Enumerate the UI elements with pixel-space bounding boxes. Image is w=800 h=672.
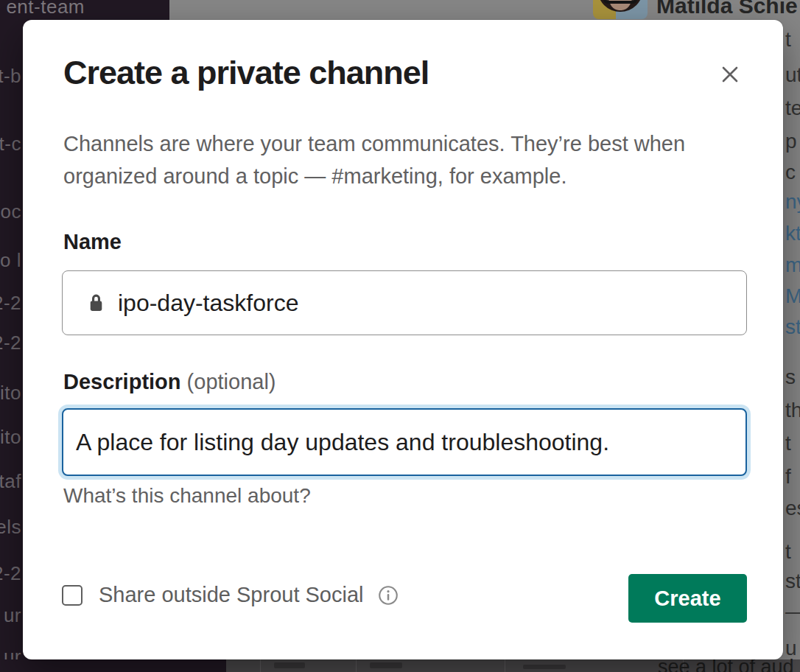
message-text-fragment: t <box>785 432 791 455</box>
sidebar-channel-fragment: t-c <box>0 133 21 155</box>
table-cell-icon <box>523 665 566 669</box>
sidebar-channel-fragment: soc <box>0 200 21 223</box>
message-text-fragment: ny <box>785 190 800 214</box>
sidebar-channel-fragment: 2-2 <box>0 562 21 585</box>
message-text-fragment: es <box>785 497 800 520</box>
message-text-fragment: c <box>785 161 796 184</box>
share-outside-label[interactable]: Share outside Sprout Social <box>99 583 364 607</box>
avatar <box>593 0 648 19</box>
create-button[interactable]: Create <box>628 574 747 623</box>
message-text-fragment: st <box>785 570 800 593</box>
info-icon[interactable] <box>378 585 399 606</box>
sidebar-channel-fragment: ent-team <box>6 0 85 18</box>
table-cell-icon <box>370 662 402 668</box>
close-button[interactable] <box>712 57 748 92</box>
message-text-fragment: st <box>785 315 800 339</box>
sidebar-channel-fragment: taf <box>0 470 21 493</box>
message-text-fragment: p <box>785 130 797 153</box>
description-helper-text: What’s this channel about? <box>63 484 311 508</box>
dialog-intro-text: Channels are where your team communicate… <box>63 127 712 192</box>
description-label: Description (optional) <box>63 370 276 394</box>
channel-name-input[interactable] <box>118 290 731 317</box>
channel-description-field[interactable] <box>62 408 747 476</box>
sidebar-channel-fragment: o l <box>0 249 21 272</box>
sidebar-channel-fragment: els <box>0 516 21 539</box>
description-label-text: Description <box>63 370 181 393</box>
background-bottom-dark <box>0 659 226 672</box>
share-outside-checkbox[interactable] <box>62 585 83 606</box>
close-icon <box>717 61 743 88</box>
intro-line-2: organized around a topic — #marketing, f… <box>63 164 566 188</box>
table-cell-icon <box>274 662 305 668</box>
sidebar-channel-fragment: cito <box>0 426 21 449</box>
table-column-divider <box>260 659 261 672</box>
message-text-fragment: — <box>785 600 800 623</box>
avatar-glasses <box>603 0 637 4</box>
share-outside-row: Share outside Sprout Social <box>62 583 399 607</box>
channel-description-input[interactable] <box>76 429 731 456</box>
message-text-fragment: kt <box>785 222 800 245</box>
channel-name-field[interactable] <box>62 270 747 335</box>
intro-line-1: Channels are where your team communicate… <box>63 132 685 155</box>
message-text-fragment: f <box>785 465 791 489</box>
dialog-title: Create a private channel <box>63 54 429 92</box>
message-text-fragment: t <box>785 28 791 52</box>
lock-icon <box>87 293 105 313</box>
message-text-fragment: te <box>785 97 800 120</box>
create-private-channel-dialog: Create a private channel Channels are wh… <box>23 20 783 659</box>
message-text-fragment: s <box>785 365 796 389</box>
table-column-divider <box>505 659 505 672</box>
optional-suffix: (optional) <box>187 370 276 393</box>
sidebar-channel-fragment: t-b <box>0 65 21 88</box>
message-text-fragment: m <box>785 253 800 277</box>
sidebar-channel-fragment: ur <box>4 604 21 627</box>
message-author-name: Matilda Schie <box>656 0 798 18</box>
message-text-fragment: t <box>785 540 791 564</box>
message-text-fragment: ut <box>785 63 800 87</box>
sidebar-channel-fragment: 2-2 <box>0 332 21 354</box>
sidebar-channel-fragment: 2-2 <box>0 292 21 315</box>
sidebar-channel-fragment: cito <box>0 382 21 405</box>
message-text-fragment: MC <box>785 284 800 308</box>
slack-app-background: { "modal": { "title": "Create a private … <box>0 0 800 672</box>
message-text-fragment: th <box>785 399 800 422</box>
name-label: Name <box>63 230 122 254</box>
table-column-divider <box>356 659 357 672</box>
